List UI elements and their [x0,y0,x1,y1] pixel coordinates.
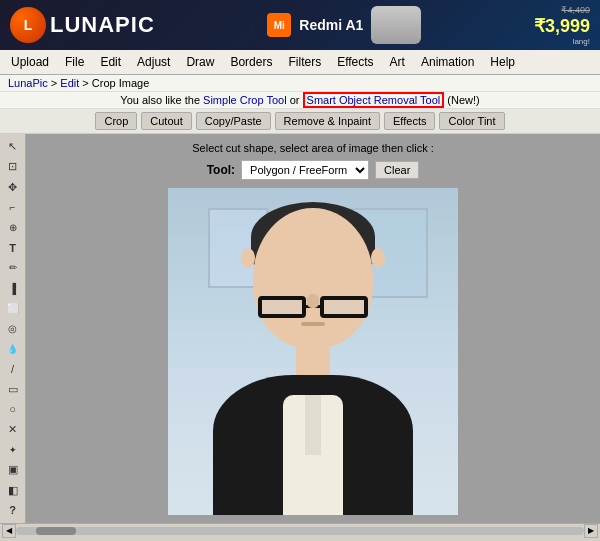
smart-object-link[interactable]: Smart Object Removal Tool [303,92,445,108]
menu-edit[interactable]: Edit [93,52,128,72]
suggestion-prefix: You also like the [120,94,203,106]
tool-eraser[interactable]: ⬜ [3,300,23,317]
price-label: lang! [534,37,590,46]
person-photo [168,188,458,515]
scroll-thumb[interactable] [36,527,76,535]
remove-inpaint-button[interactable]: Remove & Inpaint [275,112,380,130]
tie [305,395,321,455]
cutout-button[interactable]: Cutout [141,112,191,130]
menu-effects[interactable]: Effects [330,52,380,72]
phone-image [371,6,421,44]
breadcrumb-page: Crop Image [92,77,149,89]
effects-button[interactable]: Effects [384,112,435,130]
new-label: (New!) [447,94,479,106]
color-tint-button[interactable]: Color Tint [439,112,504,130]
tool-wand[interactable]: ✦ [3,441,23,458]
glass-frame-left [258,296,306,318]
tool-text[interactable]: T [3,239,23,256]
scroll-left-arrow[interactable]: ◀ [2,524,16,538]
clear-button[interactable]: Clear [375,161,419,179]
breadcrumb-edit[interactable]: Edit [60,77,79,89]
mouth [301,322,325,326]
phone-ad[interactable]: Mi Redmi A1 [267,6,421,44]
price-main: ₹3,999 [534,15,590,37]
menu-art[interactable]: Art [383,52,412,72]
breadcrumb-sep2: > [82,77,91,89]
glass-frame-right [320,296,368,318]
ad-banner: L LUNAPIC Mi Redmi A1 ₹4,400 ₹3,999 lang… [0,0,600,50]
tool-gradient[interactable]: ◧ [3,481,23,498]
canvas-area: Select cut shape, select area of image t… [26,134,600,523]
phone-name: Redmi A1 [299,17,363,33]
tool-zoom[interactable]: ⊕ [3,219,23,236]
ear-left [241,248,255,268]
price-box[interactable]: ₹4,400 ₹3,999 lang! [534,5,590,46]
nose [307,294,319,308]
tool-help[interactable]: ? [3,502,23,519]
logo-text: LUNAPIC [50,12,155,38]
tool-select[interactable]: Polygon / FreeForm [241,160,369,180]
tool-brush[interactable]: ▐ [3,279,23,296]
menu-animation[interactable]: Animation [414,52,481,72]
tool-ellipse[interactable]: ○ [3,401,23,418]
scroll-right-arrow[interactable]: ▶ [584,524,598,538]
menu-file[interactable]: File [58,52,91,72]
tool-line[interactable]: / [3,360,23,377]
tool-fill[interactable]: ▣ [3,461,23,478]
menu-borders[interactable]: Borders [223,52,279,72]
tool-pointer[interactable]: ↖ [3,138,23,155]
copy-paste-button[interactable]: Copy/Paste [196,112,271,130]
suggestion-or: or [290,94,303,106]
ear-right [371,248,385,268]
left-toolbar: ↖ ⊡ ✥ ⌐ ⊕ T ✏ ▐ ⬜ ◎ 💧 / ▭ ○ ✕ ✦ ▣ ◧ ? [0,134,26,523]
breadcrumb-sep1: > [51,77,60,89]
main-area: ↖ ⊡ ✥ ⌐ ⊕ T ✏ ▐ ⬜ ◎ 💧 / ▭ ○ ✕ ✦ ▣ ◧ ? Se… [0,134,600,523]
crop-button[interactable]: Crop [95,112,137,130]
tool-rect[interactable]: ▭ [3,380,23,397]
breadcrumb-bar: LunaPic > Edit > Crop Image [0,75,600,92]
tool-crop[interactable]: ⊡ [3,158,23,175]
breadcrumb-lunapic[interactable]: LunaPic [8,77,48,89]
menu-draw[interactable]: Draw [179,52,221,72]
menu-bar: Upload File Edit Adjust Draw Borders Fil… [0,50,600,75]
person-head [253,208,373,348]
sub-toolbar: Crop Cutout Copy/Paste Remove & Inpaint … [0,109,600,134]
menu-upload[interactable]: Upload [4,52,56,72]
logo-icon: L [10,7,46,43]
price-original: ₹4,400 [534,5,590,15]
tool-pencil[interactable]: ✏ [3,259,23,276]
instruction-text: Select cut shape, select area of image t… [192,142,434,154]
tool-selector-row: Tool: Polygon / FreeForm Clear [207,160,420,180]
menu-help[interactable]: Help [483,52,522,72]
tool-clone[interactable]: ◎ [3,320,23,337]
tool-lasso[interactable]: ⌐ [3,199,23,216]
menu-adjust[interactable]: Adjust [130,52,177,72]
lunapic-logo[interactable]: L LUNAPIC [10,7,155,43]
suggestion-bar: You also like the Simple Crop Tool or Sm… [0,92,600,109]
mi-logo-icon: Mi [267,13,291,37]
tool-cross[interactable]: ✕ [3,421,23,438]
scroll-track[interactable] [16,527,584,535]
tool-label: Tool: [207,163,235,177]
simple-crop-link[interactable]: Simple Crop Tool [203,94,287,106]
tool-move[interactable]: ✥ [3,178,23,195]
bottom-scrollbar[interactable]: ◀ ▶ [0,523,600,537]
tool-eyedrop[interactable]: 💧 [3,340,23,357]
menu-filters[interactable]: Filters [281,52,328,72]
